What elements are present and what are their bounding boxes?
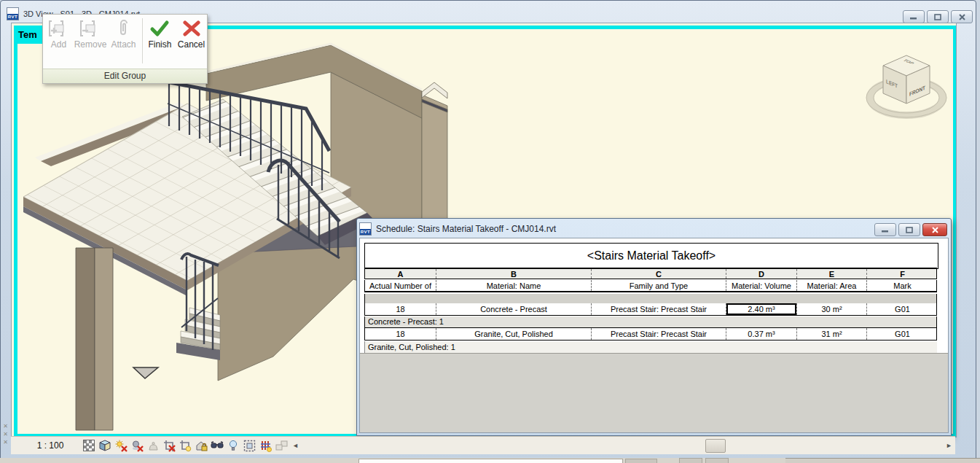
view-control-bar: 1 : 100 [11,436,955,454]
table-cell[interactable]: G01 [867,303,938,315]
selected-cell[interactable]: 2.40 m³ [726,303,797,315]
column-letter[interactable]: A [365,269,436,279]
main-window-controls [903,10,973,23]
edit-group-panel-title: Edit Group [43,69,207,83]
column-letter[interactable]: B [436,269,592,279]
rvt-file-icon: RVT [7,7,19,20]
column [76,248,113,430]
column-letter[interactable]: E [797,269,867,279]
show-crop-region-icon[interactable] [179,439,192,452]
add-button[interactable]: Add [43,15,74,50]
scrollbar-left-arrow[interactable]: ◄ [292,442,299,449]
panel-divider [142,18,143,63]
close-button[interactable] [951,10,973,23]
finish-check-icon [149,19,170,38]
column-header[interactable]: Family and Type [592,280,726,291]
remove-button[interactable]: Remove [74,15,106,50]
group-subtotal-row[interactable]: Concrete - Precast: 1 [364,316,937,328]
cancel-x-icon [181,19,202,38]
table-cell[interactable]: Concrete - Precast [436,303,592,315]
temporary-view-properties-icon[interactable] [243,439,256,452]
shadows-off-icon[interactable] [130,439,144,452]
rvt-file-icon: RVT [359,222,372,236]
right-wall-end [422,95,447,235]
background-widget-fragment [705,458,729,463]
table-row: 18 Granite, Cut, Polished Precast Stair:… [364,328,937,341]
screen: RVT 3D View - S01 - 3D - CMJ014.rvt [0,0,980,463]
table-cell[interactable]: Precast Stair: Precast Stair [592,303,726,315]
column-header[interactable]: Actual Number of [365,280,436,291]
schedule-empty-area [360,353,948,432]
schedule-table-title: <Stairs Material Takeoff> [364,243,938,269]
edit-group-panel: Add Remove Attach [42,14,208,84]
table-cell[interactable]: 0.37 m³ [726,328,797,340]
background-taskbar-strip [0,458,980,463]
schedule-close-button[interactable] [922,223,947,236]
finish-button[interactable]: Finish [144,15,176,50]
column-header[interactable]: Material: Volume [726,280,797,291]
table-cell[interactable]: 31 m² [797,328,867,340]
table-cell[interactable]: Granite, Cut, Polished [436,328,592,340]
table-cell[interactable]: G01 [867,328,938,340]
schedule-titlebar[interactable]: RVT Schedule: Stairs Material Takeoff - … [359,221,949,237]
reveal-hidden-elements-icon[interactable] [227,439,240,452]
column-letter[interactable]: D [726,269,797,279]
schedule-minimize-button[interactable] [874,223,896,236]
detail-level-icon[interactable] [82,439,95,452]
main-window: RVT 3D View - S01 - 3D - CMJ014.rvt [0,0,976,459]
rendering-dialog-icon[interactable] [146,439,160,452]
schedule-window-controls [874,223,947,236]
column-header[interactable]: Material: Area [797,280,867,291]
table-spacer-row [364,294,937,303]
scrollbar-right-arrow[interactable]: ► [946,442,952,449]
column-letter-row: A B C D E F [364,268,937,279]
group-subtotal-row[interactable]: Granite, Cut, Polished: 1 [364,341,937,353]
scale-button[interactable]: 1 : 100 [27,440,74,451]
displacement-sets-icon[interactable] [275,439,288,452]
column-letter[interactable]: F [867,269,938,279]
scrollbar-thumb[interactable] [705,439,726,453]
add-to-group-icon [48,19,70,38]
cancel-button[interactable]: Cancel [176,15,207,50]
table-row: 18 Concrete - Precast Precast Stair: Pre… [364,303,937,316]
table-cell[interactable]: 18 [365,328,436,340]
analytical-model-icon[interactable] [259,439,272,452]
table-cell[interactable]: 30 m² [797,303,867,315]
attach-button[interactable]: Attach [106,15,141,50]
horizontal-scrollbar[interactable] [300,439,943,452]
column-header[interactable]: Mark [867,280,938,291]
crop-view-off-icon[interactable] [162,439,176,452]
temporary-hide-isolate-icon[interactable] [211,439,224,452]
header-row: Actual Number of Material: Name Family a… [364,280,937,292]
minimize-button[interactable] [903,10,925,23]
background-input-fragment [358,459,623,463]
background-widget-fragment [625,459,657,463]
table-cell[interactable]: Precast Stair: Precast Stair [592,328,726,340]
schedule-restore-button[interactable] [898,223,920,236]
table-cell[interactable]: 18 [365,303,436,315]
locked-3d-view-icon[interactable] [195,439,208,452]
column-header[interactable]: Material: Name [436,280,592,291]
sun-path-off-icon[interactable] [114,439,128,452]
restore-button[interactable] [927,10,949,23]
schedule-window: RVT Schedule: Stairs Material Takeoff - … [356,218,952,436]
background-app-edge: ✕✕✕ [1,422,9,454]
background-widget-fragment [679,458,702,463]
schedule-content: <Stairs Material Takeoff> A B C D E F Ac… [359,238,949,433]
column-letter[interactable]: C [592,269,726,279]
paperclip-icon [116,19,132,38]
remove-from-group-icon [79,19,101,38]
visual-style-icon[interactable] [98,439,111,452]
schedule-title: Schedule: Stairs Material Takeoff - CMJ0… [376,224,556,234]
background-widget-fragment [785,458,980,463]
